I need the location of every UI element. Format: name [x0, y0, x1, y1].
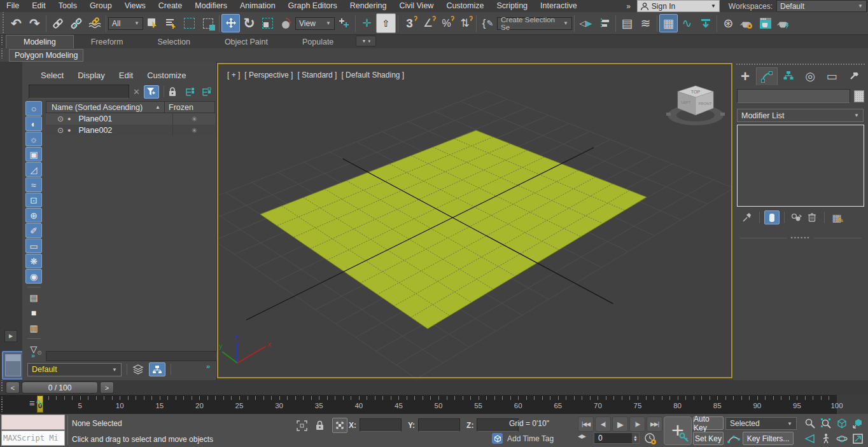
keyboard-shortcut-override-toggle[interactable]: ⇧: [376, 13, 396, 33]
undo-button[interactable]: ↶: [7, 14, 25, 32]
tab-create[interactable]: +: [734, 67, 756, 85]
viewport-shading-menu[interactable]: [ Default Shading ]: [341, 71, 404, 79]
spinner-snap-toggle[interactable]: ⇅ʔ: [456, 14, 474, 32]
visibility-eye-icon[interactable]: ⊙: [57, 126, 64, 135]
explorer-menu-display[interactable]: Display: [71, 69, 112, 81]
menu-edit[interactable]: Edit: [25, 0, 52, 12]
signin-button[interactable]: Sign In ▼: [637, 0, 720, 12]
viewport-pov-menu[interactable]: [ Perspective ]: [244, 71, 293, 79]
bind-to-space-warp-icon[interactable]: [85, 14, 104, 32]
polygon-modeling-panel-button[interactable]: Polygon Modeling: [9, 49, 83, 62]
toggle-ribbon-button[interactable]: ▦: [659, 14, 678, 32]
zoom-extents-selected-button[interactable]: [851, 416, 865, 430]
frozen-toggle-icon[interactable]: ✳: [172, 113, 215, 125]
modifier-stack[interactable]: [737, 125, 864, 207]
clear-search-icon[interactable]: ✕: [133, 87, 140, 97]
ribbon-panel-grip[interactable]: [0, 48, 4, 58]
viewport-layout-arrow-button[interactable]: ▶: [4, 330, 17, 342]
panel-resize-handle[interactable]: ••••••: [739, 235, 862, 241]
tab-motion[interactable]: ◎: [799, 67, 821, 85]
name-column-header[interactable]: Name (Sorted Ascending): [52, 103, 143, 112]
pin-stack-button[interactable]: [739, 210, 755, 224]
y-coordinate-field[interactable]: [418, 418, 460, 432]
default-in-out-tangents-button[interactable]: [727, 433, 740, 446]
modifier-list-dropdown[interactable]: Modifier List ▼: [737, 109, 864, 122]
explorer-menu-customize[interactable]: Customize: [140, 69, 193, 81]
menu-scripting[interactable]: Scripting: [490, 0, 534, 12]
zoom-all-button[interactable]: [819, 416, 833, 430]
tab-hierarchy[interactable]: [778, 67, 799, 85]
material-editor-button[interactable]: ⊛: [719, 14, 738, 32]
object-name[interactable]: Plane001: [79, 114, 173, 123]
open-mini-curve-editor-button[interactable]: ≡ ∿: [29, 397, 43, 408]
selection-lock-toggle[interactable]: [316, 420, 324, 430]
timeline-ruler[interactable]: ≡ ∿ 051015202530354045505560657075808590…: [0, 395, 868, 415]
time-slider[interactable]: 0 / 100: [22, 382, 98, 394]
ruler-grip[interactable]: [0, 397, 4, 412]
frozen-toggle-icon[interactable]: ✳: [172, 125, 215, 136]
auto-key-button[interactable]: Auto Key: [693, 416, 724, 430]
ribbon-grip[interactable]: [0, 35, 4, 45]
explorer-filter-button-10[interactable]: ❋: [25, 254, 42, 268]
maxscript-mini-listener[interactable]: MAXScript Mi: [1, 430, 65, 446]
play-button[interactable]: ▶: [612, 416, 628, 432]
selection-set-keying-dropdown[interactable]: Selected ▼: [725, 417, 797, 430]
frame-spinner[interactable]: ▲▼: [632, 433, 639, 443]
table-row[interactable]: ⊙●Plane002✳: [46, 125, 215, 136]
edit-named-selection-sets-button[interactable]: {✎: [479, 14, 497, 32]
explorer-filter-button-8[interactable]: ✐: [25, 223, 42, 238]
ribbon-tab-modeling[interactable]: Modeling: [6, 35, 74, 48]
x-coordinate-field[interactable]: [360, 418, 402, 432]
align-button[interactable]: [595, 14, 613, 32]
menu-tools[interactable]: Tools: [52, 0, 83, 12]
viewport-layout-tab[interactable]: [2, 351, 24, 380]
menu-graph-editors[interactable]: Graph Editors: [282, 0, 344, 12]
layers-icon[interactable]: [132, 364, 144, 375]
menu-rendering[interactable]: Rendering: [344, 0, 393, 12]
key-filters-button[interactable]: Key Filters...: [743, 432, 794, 445]
menu-group[interactable]: Group: [83, 0, 118, 12]
go-to-end-button[interactable]: ▶▶|: [647, 416, 662, 432]
angle-snap-toggle[interactable]: ∠ʔ: [419, 14, 437, 32]
current-frame-field[interactable]: 0 ▲▼: [594, 432, 640, 444]
lock-icon[interactable]: [169, 87, 176, 97]
select-and-scale-button[interactable]: [258, 14, 277, 32]
unlink-selection-icon[interactable]: [67, 14, 85, 32]
rectangular-selection-region-button[interactable]: [180, 14, 199, 32]
explorer-filter-button-2[interactable]: ☼: [25, 132, 42, 146]
perspective-viewport[interactable]: TOP LEFT FRONT z y x [ + ] [ Perspective…: [217, 63, 732, 378]
toggle-scene-explorer-button[interactable]: ▤: [618, 14, 636, 32]
explorer-filter-button-4[interactable]: ◿: [25, 162, 42, 177]
ribbon-tab-freeform[interactable]: Freeform: [74, 36, 141, 48]
explorer-table-header[interactable]: Name (Sorted Ascending) ▲ Frozen: [46, 101, 215, 113]
track-grip[interactable]: [0, 380, 4, 392]
workspace-dropdown[interactable]: Default ▼: [776, 0, 867, 12]
walk-through-button[interactable]: [819, 432, 833, 445]
scene-explorer-hierarchy-button[interactable]: [149, 362, 165, 376]
percent-snap-toggle[interactable]: %ʔ: [437, 14, 456, 32]
tab-display[interactable]: ▭: [821, 67, 843, 85]
isolate-selection-toggle[interactable]: [297, 420, 307, 431]
explorer-menu-select[interactable]: Select: [34, 69, 71, 81]
set-key-button[interactable]: Set Key: [693, 432, 724, 445]
frozen-column-header[interactable]: Frozen: [164, 102, 214, 113]
maximize-viewport-toggle[interactable]: [851, 432, 865, 445]
select-and-place-button[interactable]: [277, 14, 295, 32]
tab-modify[interactable]: [756, 67, 778, 85]
filter-funnel-button[interactable]: [144, 85, 159, 99]
menu-animation[interactable]: Animation: [234, 0, 282, 12]
active-layer-dropdown[interactable]: Default ▼: [27, 363, 122, 376]
show-end-result-toggle[interactable]: [764, 210, 780, 224]
selection-filter-dropdown[interactable]: All ▼: [108, 17, 143, 30]
select-and-link-icon[interactable]: [48, 14, 67, 32]
reference-coordinate-system-dropdown[interactable]: View ▼: [295, 17, 335, 30]
viewport-general-menu[interactable]: [ + ]: [227, 71, 240, 79]
object-color-swatch[interactable]: [854, 90, 864, 102]
select-and-rotate-button[interactable]: ↻: [240, 14, 258, 32]
zoom-button[interactable]: [803, 416, 817, 430]
explorer-filter-button-0[interactable]: ○: [25, 101, 42, 116]
menu-file[interactable]: File: [0, 0, 25, 12]
render-setup-button[interactable]: [738, 14, 756, 32]
rendered-frame-window-button[interactable]: [756, 14, 774, 32]
explorer-overflow-icon-2[interactable]: »: [206, 362, 210, 370]
